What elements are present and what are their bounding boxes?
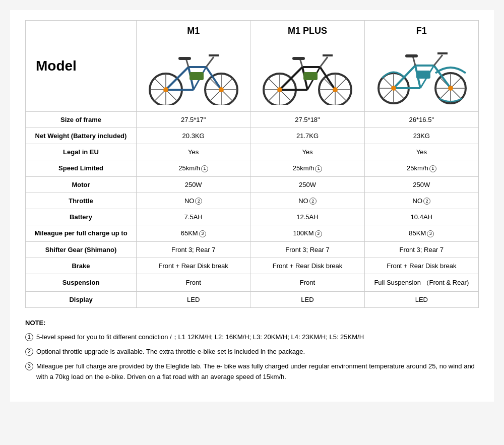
note-number: 1 <box>25 333 33 341</box>
note-number: 2 <box>25 348 33 356</box>
notes-section: NOTE: 15-level speed for you to fit diff… <box>25 318 479 383</box>
m1-value-cell: NO2 <box>137 193 250 209</box>
m1-value-cell: 20.3KG <box>137 128 250 144</box>
svg-line-14 <box>166 67 188 90</box>
f1-value-cell: NO2 <box>364 193 478 209</box>
m1-value-cell: Yes <box>137 144 250 160</box>
m1-value-cell: LED <box>137 291 250 307</box>
f1-value-cell: Front 3; Rear 7 <box>364 241 478 258</box>
note-item: 15-level speed for you to fit different … <box>25 332 479 343</box>
svg-rect-24 <box>190 72 204 80</box>
table-row: SuspensionFrontFrontFull Suspension （Fro… <box>26 274 479 291</box>
svg-point-26 <box>163 87 168 92</box>
feature-label-cell: Speed Limited <box>26 160 137 177</box>
svg-line-41 <box>280 67 302 90</box>
m1plus-value-cell: LED <box>250 291 364 307</box>
table-row: Speed Limited25km/h125km/h125km/h1 <box>26 160 479 177</box>
footnote-icon: 3 <box>427 230 434 237</box>
f1-value-cell: 23KG <box>364 128 478 144</box>
footnote-icon: 2 <box>309 198 317 205</box>
f1-value-cell: 26*16.5" <box>364 112 478 128</box>
feature-label-cell: Display <box>26 291 137 307</box>
f1-value-cell: 250W <box>364 176 478 193</box>
svg-point-53 <box>277 87 282 92</box>
table-row: Motor250W250W250W <box>26 176 479 193</box>
m1plus-value-cell: 12.5AH <box>250 209 364 225</box>
note-item: 2Optional throttle upgrade is available.… <box>25 347 479 357</box>
table-row: BrakeFront + Rear Disk breakFront + Rear… <box>26 258 479 274</box>
footnote-icon: 3 <box>199 230 206 237</box>
table-row: Net Weight (Battery included)20.3KG21.7K… <box>26 128 479 144</box>
svg-rect-78 <box>416 71 430 79</box>
table-row: Shifter Gear (Shimano)Front 3; Rear 7Fro… <box>26 241 479 258</box>
feature-label-cell: Shifter Gear (Shimano) <box>26 241 137 258</box>
feature-label-cell: Battery <box>26 209 137 225</box>
m1plus-value-cell: 21.7KG <box>250 128 364 144</box>
note-text: 5-level speed for you to fit different c… <box>36 332 364 343</box>
feature-label-cell: Motor <box>26 176 137 193</box>
svg-rect-21 <box>178 57 191 60</box>
footnote-icon: 1 <box>315 165 322 172</box>
table-row: Mileague per full charge up to65KM3100KM… <box>26 225 479 242</box>
m1-header-label: M1 <box>142 26 245 36</box>
feature-label-cell: Net Weight (Battery included) <box>26 128 137 144</box>
m1-value-cell: 250W <box>137 176 250 193</box>
m1plus-bike-image <box>257 39 358 105</box>
m1plus-value-cell: NO2 <box>250 193 364 209</box>
footnote-icon: 1 <box>201 165 208 172</box>
f1-value-cell: 85KM3 <box>364 225 478 242</box>
m1-value-cell: Front <box>137 274 250 291</box>
note-text: Optional throttle upgrade is available. … <box>36 347 305 357</box>
svg-point-52 <box>333 87 338 92</box>
model-label: Model <box>36 58 77 74</box>
m1-value-cell: 65KM3 <box>137 225 250 242</box>
svg-rect-51 <box>303 72 318 80</box>
svg-line-43 <box>320 67 335 90</box>
f1-image-cell: F1 <box>364 21 478 112</box>
feature-label-cell: Size of frame <box>26 112 137 128</box>
feature-label-cell: Legal in EU <box>26 144 137 160</box>
table-row: Legal in EUYesYesYes <box>26 144 479 160</box>
m1plus-value-cell: Front <box>250 274 364 291</box>
m1plus-value-cell: 25km/h1 <box>250 160 364 177</box>
svg-line-16 <box>206 67 221 90</box>
page-container: Model M1 <box>10 10 494 402</box>
footnote-icon: 2 <box>195 198 202 205</box>
m1plus-header-label: M1 PLUS <box>256 26 359 36</box>
feature-label-cell: Mileague per full charge up to <box>26 225 137 242</box>
m1-value-cell: 27.5*17" <box>137 112 250 128</box>
note-text: Mileague per full charge are provided by… <box>36 361 479 383</box>
m1-value-cell: Front + Rear Disk break <box>137 258 250 274</box>
f1-value-cell: 25km/h1 <box>364 160 478 177</box>
svg-line-49 <box>320 57 328 67</box>
m1plus-value-cell: 27.5*18" <box>250 112 364 128</box>
f1-header-label: F1 <box>370 26 473 36</box>
table-row: Size of frame27.5*17"27.5*18"26*16.5" <box>26 112 479 128</box>
svg-rect-75 <box>405 54 418 57</box>
f1-bike-image <box>371 39 472 105</box>
note-item: 3Mileague per full charge are provided b… <box>25 361 479 383</box>
m1-value-cell: 25km/h1 <box>137 160 250 177</box>
svg-rect-48 <box>292 57 305 60</box>
m1plus-image-cell: M1 PLUS <box>250 21 364 112</box>
svg-line-76 <box>434 55 443 66</box>
m1plus-value-cell: 100KM3 <box>250 225 364 242</box>
note-number: 3 <box>25 362 33 370</box>
footnote-icon: 1 <box>429 165 436 172</box>
f1-value-cell: Front + Rear Disk break <box>364 258 478 274</box>
svg-line-22 <box>206 57 214 67</box>
feature-label-cell: Brake <box>26 258 137 274</box>
table-row: Battery7.5AH12.5AH10.4AH <box>26 209 479 225</box>
m1plus-value-cell: 250W <box>250 176 364 193</box>
footnote-icon: 3 <box>315 230 322 237</box>
table-row: DisplayLEDLEDLED <box>26 291 479 307</box>
comparison-table: Model M1 <box>25 20 479 308</box>
notes-title: NOTE: <box>25 318 479 329</box>
svg-point-79 <box>448 86 453 91</box>
m1-image-cell: M1 <box>137 21 250 112</box>
m1-value-cell: Front 3; Rear 7 <box>137 241 250 258</box>
table-row: ThrottleNO2NO2NO2 <box>26 193 479 209</box>
model-header-cell: Model <box>26 21 137 112</box>
m1plus-value-cell: Yes <box>250 144 364 160</box>
feature-label-cell: Suspension <box>26 274 137 291</box>
